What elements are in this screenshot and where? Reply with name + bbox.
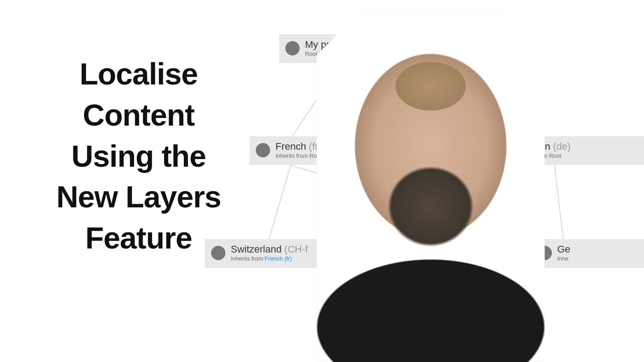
headline-title: Localise Content Using the New Layers Fe… — [0, 54, 277, 259]
ch-flag-icon — [211, 246, 225, 260]
layer-title: Ge — [557, 244, 570, 255]
fr-flag-icon — [256, 143, 270, 157]
layer-node-swiss[interactable]: Switzerland (CH-f Inherits from French (… — [205, 239, 330, 268]
uk-flag-icon — [285, 41, 300, 55]
layer-subtitle: Inherits from French (fr) — [231, 256, 308, 262]
layer-subtitle: Inherits from Root — [275, 153, 322, 160]
presenter-portrait — [317, 13, 545, 362]
layer-subtitle: Inhe — [557, 256, 570, 262]
layer-title: French (fr) — [275, 141, 322, 152]
layer-node-german-bottom[interactable]: Ge Inhe — [531, 239, 644, 268]
layer-node-german-top[interactable]: an (de) om Root — [537, 136, 644, 165]
layer-title: Switzerland (CH-f — [231, 244, 308, 255]
svg-line-3 — [555, 165, 564, 241]
